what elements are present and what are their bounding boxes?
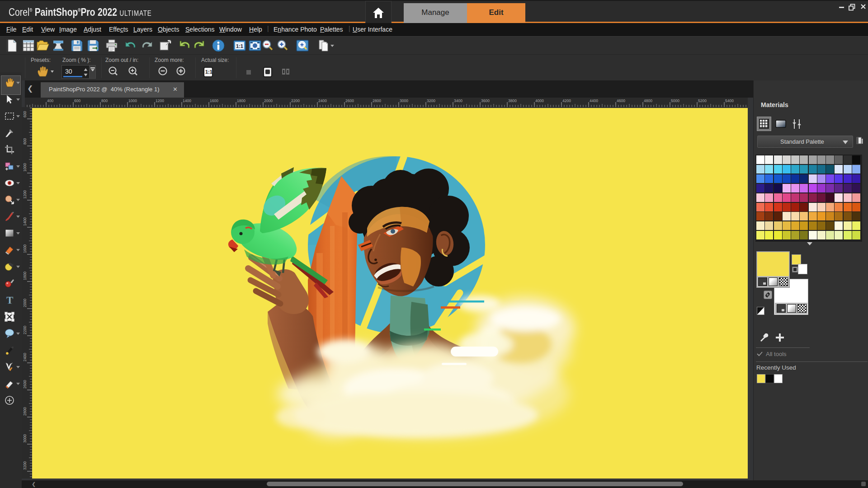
svg-text:2000: 2000: [264, 99, 273, 103]
svg-text:1600: 1600: [23, 244, 27, 253]
svg-text:3000: 3000: [23, 434, 27, 443]
svg-text:2800: 2800: [23, 407, 27, 416]
svg-text:5400: 5400: [725, 99, 734, 103]
svg-text:2600: 2600: [345, 99, 354, 103]
svg-text:3800: 3800: [508, 99, 517, 103]
svg-text:1400: 1400: [183, 99, 191, 103]
svg-text:5200: 5200: [698, 99, 707, 103]
svg-text:1000: 1000: [128, 99, 137, 103]
svg-text:2200: 2200: [291, 99, 300, 103]
svg-text:3000: 3000: [400, 99, 408, 103]
svg-text:600: 600: [23, 111, 27, 117]
svg-text:400: 400: [47, 99, 53, 103]
svg-text:1400: 1400: [23, 217, 27, 226]
svg-text:1800: 1800: [23, 272, 27, 280]
svg-text:2800: 2800: [373, 99, 381, 103]
svg-text:3200: 3200: [23, 461, 27, 470]
svg-text:3600: 3600: [481, 99, 490, 103]
svg-text:4400: 4400: [590, 99, 598, 103]
svg-text:1:1: 1:1: [236, 43, 243, 49]
svg-text:800: 800: [101, 99, 108, 103]
svg-text:4200: 4200: [562, 99, 571, 103]
svg-text:4000: 4000: [535, 99, 544, 103]
svg-text:2400: 2400: [318, 99, 327, 103]
svg-text:5000: 5000: [671, 99, 679, 103]
svg-text:1600: 1600: [210, 99, 218, 103]
svg-text:600: 600: [74, 99, 80, 103]
svg-text:1200: 1200: [23, 190, 27, 199]
svg-text:2200: 2200: [23, 326, 27, 334]
svg-text:T: T: [6, 295, 13, 305]
svg-text:1800: 1800: [237, 99, 245, 103]
svg-text:1000: 1000: [23, 163, 27, 172]
svg-text:800: 800: [23, 138, 27, 145]
svg-text:3200: 3200: [427, 99, 435, 103]
svg-text:3400: 3400: [454, 99, 462, 103]
svg-text:4800: 4800: [644, 99, 652, 103]
svg-text:4600: 4600: [617, 99, 625, 103]
svg-text:2600: 2600: [23, 380, 27, 389]
svg-text:1200: 1200: [156, 99, 164, 103]
svg-text:2400: 2400: [23, 353, 27, 361]
svg-text:2000: 2000: [23, 299, 27, 307]
